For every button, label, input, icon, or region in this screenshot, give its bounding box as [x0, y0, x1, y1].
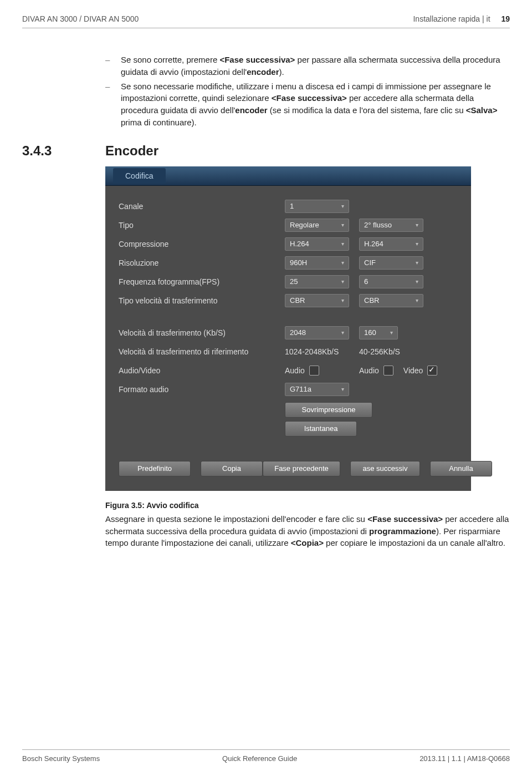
label-bitrate: Velocità di trasferimento (Kb/S) [119, 328, 285, 337]
figure-caption: Figura 3.5: Avvio codifica [105, 501, 199, 510]
cancel-button[interactable]: Annulla [430, 461, 492, 476]
label-fps: Frequenza fotogramma(FPS) [119, 277, 285, 286]
bullet-dash: – [105, 80, 121, 129]
tab-codifica[interactable]: Codifica [113, 168, 166, 184]
select-tipo-a[interactable]: Regolare▾ [285, 219, 349, 232]
select-fps-b[interactable]: 6▾ [359, 275, 423, 288]
section-number: 3.4.3 [22, 143, 105, 159]
overlay-button[interactable]: Sovrimpressione [285, 402, 372, 418]
section-title: Encoder [105, 143, 158, 159]
footer-left: Bosch Security Systems [22, 754, 100, 763]
product-title: DIVAR AN 3000 / DIVAR AN 5000 [22, 14, 139, 23]
page-header: DIVAR AN 3000 / DIVAR AN 5000 Installazi… [22, 14, 510, 23]
chevron-down-icon: ▾ [416, 297, 418, 303]
figure-description: Assegnare in questa sezione le impostazi… [105, 513, 510, 549]
select-bitrate-b[interactable]: 160▾ [359, 326, 398, 339]
chevron-down-icon: ▾ [341, 241, 344, 247]
label-tipo: Tipo [119, 221, 285, 230]
footer-right: 2013.11 | 1.1 | AM18-Q0668 [420, 754, 510, 763]
select-risoluzione-b[interactable]: CIF▾ [359, 256, 423, 270]
label-canale: Canale [119, 202, 285, 211]
chevron-down-icon: ▾ [341, 222, 344, 228]
label-risoluzione: Risoluzione [119, 258, 285, 267]
page-footer: Bosch Security Systems Quick Reference G… [22, 749, 510, 763]
default-button[interactable]: Predefinito [119, 461, 191, 476]
bullet-text-2: Se sono necessarie modifiche, utilizzare… [121, 80, 510, 129]
select-compressione-b[interactable]: H.264▾ [359, 237, 423, 251]
select-bitrate-type-b[interactable]: CBR▾ [359, 294, 423, 307]
label-audio-fmt: Formato audio [119, 385, 285, 394]
header-rule [22, 28, 510, 28]
prev-step-button[interactable]: Fase precedente [263, 461, 340, 476]
chevron-down-icon: ▾ [416, 278, 418, 285]
snapshot-button[interactable]: Istantanea [285, 421, 357, 437]
ref-bitrate-a: 1024-2048Kb/S [285, 347, 349, 356]
label-ref-bitrate: Velocità di trasferimento di riferimento [119, 347, 285, 356]
checkbox-audio-b[interactable] [383, 366, 393, 376]
next-step-button[interactable]: ase successiv [350, 461, 420, 476]
page-number: 19 [501, 14, 510, 23]
header-section: Installazione rapida | it [413, 14, 490, 23]
bullet-item: – Se sono necessarie modifiche, utilizza… [105, 80, 510, 129]
label-audio-video: Audio/Video [119, 366, 285, 375]
av-audio-a-label: Audio [285, 366, 305, 375]
av-video-b-label: Video [403, 366, 423, 375]
label-bitrate-type: Tipo velocità di trasferimento [119, 296, 285, 305]
select-tipo-b[interactable]: 2° flusso▾ [359, 219, 423, 232]
chevron-down-icon: ▾ [390, 329, 393, 336]
chevron-down-icon: ▾ [341, 260, 344, 266]
ref-bitrate-b: 40-256Kb/S [359, 347, 400, 356]
chevron-down-icon: ▾ [341, 329, 344, 336]
chevron-down-icon: ▾ [341, 203, 344, 209]
select-fps-a[interactable]: 25▾ [285, 275, 349, 288]
chevron-down-icon: ▾ [341, 278, 344, 285]
bullet-text-1: Se sono corrette, premere <Fase successi… [121, 54, 510, 78]
select-risoluzione-a[interactable]: 960H▾ [285, 256, 349, 270]
select-canale[interactable]: 1▾ [285, 200, 349, 213]
chevron-down-icon: ▾ [341, 297, 344, 303]
chevron-down-icon: ▾ [416, 222, 418, 228]
chevron-down-icon: ▾ [416, 260, 418, 266]
label-compressione: Compressione [119, 240, 285, 248]
bullet-item: – Se sono corrette, premere <Fase succes… [105, 54, 510, 78]
av-audio-b-label: Audio [359, 366, 379, 375]
figure-caption-block: Figura 3.5: Avvio codifica Assegnare in … [105, 500, 510, 550]
checkbox-video-b[interactable] [427, 366, 437, 376]
codifica-dialog: Codifica Canale 1▾ Tipo Regolare▾ 2° flu… [105, 166, 471, 491]
select-bitrate-type-a[interactable]: CBR▾ [285, 294, 349, 307]
section-heading: 3.4.3 Encoder [22, 143, 510, 159]
select-audio-fmt[interactable]: G711a▾ [285, 383, 349, 396]
bullet-dash: – [105, 54, 121, 78]
copy-button[interactable]: Copia [201, 461, 263, 476]
chevron-down-icon: ▾ [341, 386, 344, 392]
select-compressione-a[interactable]: H.264▾ [285, 237, 349, 251]
dialog-titlebar: Codifica [105, 166, 471, 186]
checkbox-audio-a[interactable] [309, 366, 319, 376]
chevron-down-icon: ▾ [416, 241, 418, 247]
footer-center: Quick Reference Guide [222, 754, 297, 763]
select-bitrate-a[interactable]: 2048▾ [285, 326, 349, 339]
